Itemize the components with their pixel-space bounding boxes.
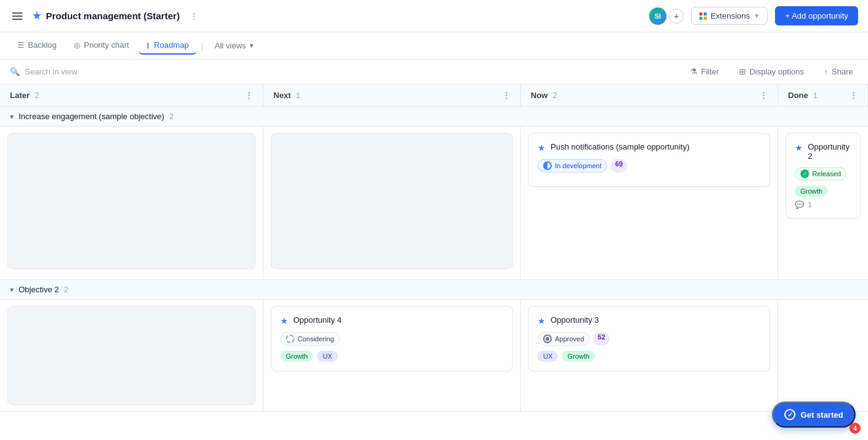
tag-growth: Growth — [795, 186, 828, 197]
tag-ux: UX — [538, 351, 558, 362]
obj1-now-col: ★ Push notifications (sample opportunity… — [521, 127, 778, 279]
done-more-icon[interactable]: ⋮ — [849, 91, 857, 100]
card-badges: In development 69 — [538, 159, 761, 173]
approved-icon — [543, 334, 552, 343]
tab-backlog[interactable]: ☰ Backlog — [10, 37, 64, 55]
obj1-done-col: ★ Opportunity 2 ✓ Released — [778, 127, 868, 279]
card-tags: UX Growth — [538, 351, 761, 362]
obj1-later-empty — [7, 133, 255, 269]
get-started-button[interactable]: ✓ Get started — [772, 402, 856, 428]
column-header-now: Now 2 ⋮ — [521, 84, 778, 106]
card-tags: Growth — [795, 186, 851, 195]
obj1-later-col — [0, 127, 264, 279]
score-badge: 52 — [593, 332, 609, 346]
columns-header: Later 2 ⋮ Next 1 ⋮ Now 2 ⋮ Done 1 ⋮ — [0, 84, 868, 107]
view-tabs: ☰ Backlog ◎ Priority chart ⫿ Roadmap | A… — [0, 32, 868, 60]
comment-icon: 💬 — [795, 200, 804, 209]
share-icon: ↑ — [824, 67, 828, 76]
card-title: ★ Push notifications (sample opportunity… — [538, 142, 761, 153]
tab-roadmap[interactable]: ⫿ Roadmap — [139, 37, 196, 55]
in-development-icon — [543, 161, 552, 170]
released-icon: ✓ — [800, 169, 809, 178]
tab-divider: | — [202, 41, 204, 51]
opportunity-2-card[interactable]: ★ Opportunity 2 ✓ Released — [786, 133, 861, 218]
card-tags: Growth UX — [280, 351, 503, 362]
extensions-icon — [699, 12, 707, 20]
status-badge-considering: Considering — [280, 332, 340, 346]
top-nav: ★ Product management (Starter) ⋮ SI + Ex… — [0, 0, 868, 32]
score-badge: 69 — [611, 159, 627, 173]
app-more-icon[interactable]: ⋮ — [187, 9, 201, 24]
card-star-icon: ★ — [280, 316, 288, 326]
get-started-badge: 4 — [849, 423, 861, 434]
obj2-later-empty — [7, 306, 255, 405]
filter-icon: ⚗ — [690, 67, 698, 76]
extensions-button[interactable]: Extensions ▼ — [691, 7, 768, 25]
status-badge-approved: Approved — [538, 332, 590, 346]
hamburger-button[interactable] — [10, 10, 25, 22]
tag-growth: Growth — [280, 351, 313, 362]
roadmap-icon: ⫿ — [146, 41, 150, 50]
objective-1-header: ▾ Increase engagement (sample objective)… — [0, 107, 868, 127]
filter-button[interactable]: ⚗ Filter — [685, 65, 724, 79]
objectives-wrapper: ▾ Increase engagement (sample objective)… — [0, 107, 868, 440]
tag-ux: UX — [317, 351, 337, 362]
all-views-button[interactable]: All views ▼ — [208, 37, 260, 54]
obj2-now-col: ★ Opportunity 3 Approved 52 — [521, 300, 778, 411]
card-footer: 💬 1 — [795, 200, 851, 209]
avatar-group: SI + — [649, 7, 684, 25]
display-options-icon: ⊞ — [739, 67, 746, 76]
search-icon: 🔍 — [10, 67, 20, 76]
next-more-icon[interactable]: ⋮ — [502, 91, 510, 100]
card-title: ★ Opportunity 3 — [538, 315, 761, 326]
opportunity-3-card[interactable]: ★ Opportunity 3 Approved 52 — [528, 306, 770, 371]
share-button[interactable]: ↑ Share — [819, 65, 858, 79]
obj2-next-col: ★ Opportunity 4 Considering Growth UX — [264, 300, 521, 411]
toolbar: 🔍 Search in view ⚗ Filter ⊞ Display opti… — [0, 60, 868, 84]
card-star-icon: ★ — [795, 143, 803, 153]
status-badge-in-development: In development — [538, 159, 607, 173]
chevron-down-icon: ▼ — [249, 42, 255, 49]
considering-icon — [286, 334, 294, 343]
card-title: ★ Opportunity 2 — [795, 142, 851, 161]
card-title: ★ Opportunity 4 — [280, 315, 503, 326]
star-icon: ★ — [32, 10, 41, 22]
obj1-next-empty — [271, 133, 513, 269]
avatar: SI — [649, 7, 666, 25]
backlog-icon: ☰ — [17, 41, 24, 50]
display-options-button[interactable]: ⊞ Display options — [734, 65, 809, 79]
objective-1-cards-row: ★ Push notifications (sample opportunity… — [0, 127, 868, 279]
objective-2-cards-row: ★ Opportunity 4 Considering Growth UX — [0, 300, 868, 411]
column-header-later: Later 2 ⋮ — [0, 84, 264, 106]
card-badges: Considering — [280, 332, 503, 346]
toolbar-actions: ⚗ Filter ⊞ Display options ↑ Share — [685, 65, 858, 79]
push-notifications-card[interactable]: ★ Push notifications (sample opportunity… — [528, 133, 770, 187]
now-more-icon[interactable]: ⋮ — [760, 91, 768, 100]
app-title: ★ Product management (Starter) — [32, 10, 180, 22]
tab-priority-chart[interactable]: ◎ Priority chart — [66, 37, 136, 55]
status-badge-released: ✓ Released — [795, 167, 846, 181]
objective-2-collapse[interactable]: ▾ — [10, 285, 14, 294]
card-badges: Approved 52 — [538, 332, 761, 346]
get-started-check-icon: ✓ — [784, 409, 795, 420]
card-star-icon: ★ — [538, 143, 546, 153]
opportunity-4-card[interactable]: ★ Opportunity 4 Considering Growth UX — [271, 306, 513, 371]
chevron-down-icon: ▼ — [754, 12, 760, 19]
add-opportunity-button[interactable]: + Add opportunity — [775, 6, 858, 25]
later-more-icon[interactable]: ⋮ — [245, 91, 253, 100]
priority-chart-icon: ◎ — [74, 41, 80, 50]
objective-2-header: ▾ Objective 2 2 — [0, 280, 868, 300]
column-header-next: Next 1 ⋮ — [264, 84, 521, 106]
column-header-done: Done 1 ⋮ — [778, 84, 868, 106]
objective-1-collapse[interactable]: ▾ — [10, 112, 14, 121]
card-star-icon: ★ — [538, 316, 546, 326]
tag-growth: Growth — [562, 351, 595, 362]
objective-1-section: ▾ Increase engagement (sample objective)… — [0, 107, 868, 280]
objective-2-section: ▾ Objective 2 2 ★ Opportunity 4 — [0, 280, 868, 412]
obj2-later-col — [0, 300, 264, 411]
obj1-now-filler — [528, 192, 770, 266]
search-bar[interactable]: 🔍 Search in view — [10, 67, 675, 76]
obj2-done-col — [778, 300, 868, 411]
obj1-next-col — [264, 127, 521, 279]
add-member-button[interactable]: + — [669, 9, 684, 24]
